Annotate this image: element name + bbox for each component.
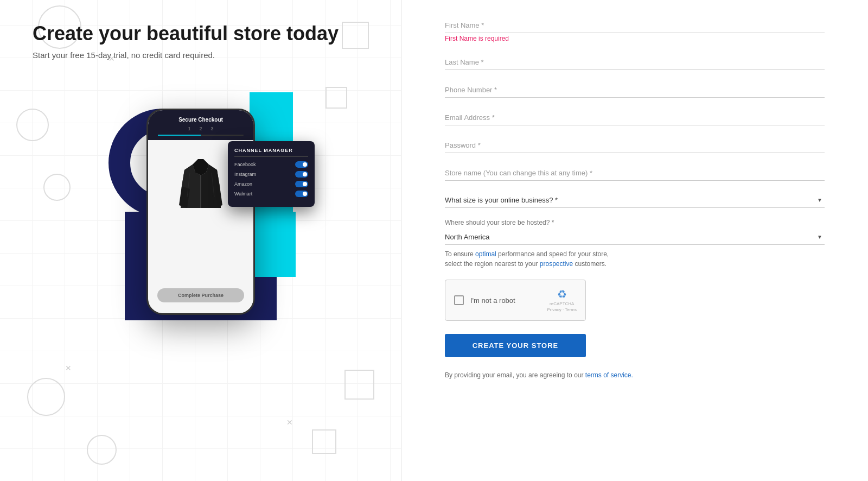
captcha-box[interactable]: I'm not a robot ♻ reCAPTCHAPrivacy · Ter…: [445, 280, 586, 321]
deco-square: [312, 429, 336, 454]
cm-label-facebook: Facebook: [234, 162, 256, 167]
cm-toggle-amazon[interactable]: [295, 181, 308, 187]
first-name-group: First Name is required: [445, 16, 825, 42]
jacket-svg: [176, 154, 225, 213]
phone-group: [445, 81, 825, 98]
business-size-select-wrapper: What size is your online business? * Jus…: [445, 192, 825, 208]
right-panel: First Name is required What size is your…: [401, 0, 868, 481]
business-size-select[interactable]: What size is your online business? * Jus…: [445, 192, 825, 207]
phone-input[interactable]: [445, 81, 825, 98]
store-name-group: [445, 164, 825, 181]
hosting-label: Where should your store be hosted? *: [445, 219, 825, 226]
captcha-label: I'm not a robot: [470, 296, 541, 305]
last-name-group: [445, 53, 825, 70]
phone-header: Secure Checkout 1 2 3: [148, 110, 253, 140]
deco-square: [344, 370, 374, 400]
first-name-input[interactable]: [445, 16, 825, 33]
left-panel: ✕ ✕ ✕ ✕ Create your beautiful store toda…: [0, 0, 401, 481]
phone-step-bar: [158, 135, 244, 136]
hosting-hint: To ensure optimal performance and speed …: [445, 249, 825, 269]
deco-cross: ✕: [65, 364, 72, 372]
cm-item-facebook: Facebook: [234, 161, 308, 168]
hosting-hint-optimal: optimal: [475, 250, 496, 258]
phone-mockup: Secure Checkout 1 2 3: [146, 109, 255, 315]
cm-label-instagram: Instagram: [234, 172, 256, 177]
hosting-hint-prospective: prospective: [540, 260, 573, 268]
email-group: [445, 109, 825, 125]
phone-step-1: 1: [188, 126, 190, 131]
channel-manager-title: CHANNEL MANAGER: [234, 148, 308, 157]
deco-cross: ✕: [286, 418, 293, 427]
email-input[interactable]: [445, 109, 825, 125]
cm-item-walmart: Walmart: [234, 191, 308, 197]
deco-circle: [27, 378, 65, 416]
password-input[interactable]: [445, 136, 825, 153]
cm-toggle-instagram[interactable]: [295, 171, 308, 178]
last-name-input[interactable]: [445, 53, 825, 70]
deco-circle: [87, 435, 117, 465]
cm-item-instagram: Instagram: [234, 171, 308, 178]
cm-toggle-facebook[interactable]: [295, 161, 308, 168]
mockup-area: Secure Checkout 1 2 3: [98, 81, 304, 342]
cm-label-amazon: Amazon: [234, 181, 252, 187]
password-group: [445, 136, 825, 153]
page-subtitle: Start your free 15-day trial, no credit …: [33, 50, 369, 60]
jacket-image: [174, 151, 228, 216]
phone-step-2: 2: [199, 126, 202, 131]
first-name-error: First Name is required: [445, 35, 825, 42]
recaptcha-text: reCAPTCHAPrivacy · Terms: [547, 301, 577, 313]
create-store-button[interactable]: CREATE YOUR STORE: [445, 334, 586, 357]
left-panel-content: Create your beautiful store today Start …: [33, 22, 369, 342]
phone-steps: 1 2 3: [154, 126, 248, 131]
terms-of-service-link[interactable]: terms of service.: [585, 371, 633, 379]
cm-item-amazon: Amazon: [234, 181, 308, 187]
page-title: Create your beautiful store today: [33, 22, 369, 45]
captcha-checkbox[interactable]: [454, 295, 464, 305]
recaptcha-icon: ♻: [557, 288, 567, 301]
terms-text: By providing your email, you are agreein…: [445, 370, 825, 381]
panel-divider: [401, 0, 401, 481]
hosting-select[interactable]: North America Europe Asia Pacific: [445, 229, 825, 244]
hosting-group: Where should your store be hosted? * Nor…: [445, 219, 825, 269]
business-size-group: What size is your online business? * Jus…: [445, 192, 825, 208]
complete-purchase-button[interactable]: Complete Purchase: [157, 288, 244, 302]
phone-step-3: 3: [211, 126, 214, 131]
cm-toggle-walmart[interactable]: [295, 191, 308, 197]
store-name-input[interactable]: [445, 164, 825, 181]
cm-label-walmart: Walmart: [234, 191, 252, 197]
channel-manager-popup: CHANNEL MANAGER Facebook Instagram Amazo…: [228, 141, 315, 207]
captcha-logo-area: ♻ reCAPTCHAPrivacy · Terms: [547, 288, 577, 313]
phone-header-title: Secure Checkout: [154, 117, 248, 123]
terms-prefix: By providing your email, you are agreein…: [445, 371, 585, 379]
hosting-select-wrapper: North America Europe Asia Pacific ▼: [445, 229, 825, 245]
shape-cyan-small-rect: [252, 212, 296, 277]
